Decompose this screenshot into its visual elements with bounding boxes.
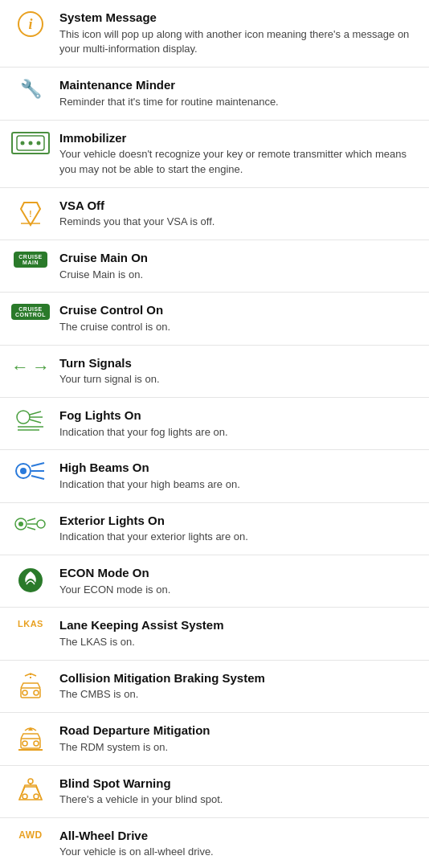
item-title-cmbs: Collision Mitigation Braking System — [59, 670, 416, 686]
item-title-rdm: Road Departure Mitigation — [59, 723, 416, 739]
svg-point-1 — [21, 141, 25, 145]
icon-cell-econ-mode-on — [13, 565, 48, 594]
list-item-econ-mode-on: ECON Mode On Your ECON mode is on. — [0, 555, 429, 608]
list-item-awd: AWD All-Wheel Drive Your vehicle is on a… — [0, 818, 429, 868]
item-title-system-message: System Message — [59, 10, 416, 26]
text-cell-fog-lights-on: Fog Lights On Indication that your fog l… — [59, 407, 416, 440]
svg-point-18 — [18, 522, 23, 526]
item-desc-exterior-lights-on: Indication that your exterior lights are… — [59, 530, 416, 545]
icon-cell-system-message: i — [13, 10, 48, 37]
list-item-exterior-lights-on: Exterior Lights On Indication that your … — [0, 503, 429, 555]
list-item-bsw: Blind Spot Warning There's a vehicle in … — [0, 766, 429, 818]
list-item-system-message: i System Message This icon will pop up a… — [0, 0, 429, 68]
list-item-cmbs: Collision Mitigation Braking System The … — [0, 661, 429, 713]
icon-cell-maintenance-minder: 🔧 — [13, 77, 48, 100]
svg-point-32 — [34, 794, 39, 799]
svg-point-22 — [37, 520, 45, 528]
icon-cell-high-beams-on — [13, 460, 48, 481]
svg-line-16 — [31, 476, 44, 479]
rdm-icon — [17, 724, 44, 753]
text-cell-cruise-main-on: Cruise Main On Cruise Main is on. — [59, 250, 416, 282]
svg-point-25 — [22, 690, 27, 695]
svg-line-9 — [30, 420, 41, 423]
fog-lights-icon — [15, 409, 46, 432]
exterior-lights-icon — [14, 514, 47, 534]
item-desc-vsa-off: Reminds you that your VSA is off. — [59, 215, 416, 230]
text-cell-cruise-control-on: Cruise Control On The cruise control is … — [59, 302, 416, 334]
text-cell-rdm: Road Departure Mitigation The RDM system… — [59, 723, 416, 755]
item-desc-high-beams-on: Indication that your high beams are on. — [59, 477, 416, 493]
turn-signal-icon: ← → — [11, 357, 50, 378]
item-title-cruise-control-on: Cruise Control On — [59, 302, 416, 318]
list-item-cruise-control-on: CRUISE CONTROL Cruise Control On The cru… — [0, 293, 429, 345]
icon-cell-immobilizer — [13, 130, 48, 154]
item-desc-lkas: The LKAS is on. — [59, 635, 416, 650]
text-cell-econ-mode-on: ECON Mode On Your ECON mode is on. — [59, 565, 416, 597]
awd-icon: AWD — [18, 829, 43, 841]
info-circle-icon: i — [18, 11, 43, 37]
item-title-maintenance-minder: Maintenance Minder — [59, 77, 416, 93]
svg-text:!: ! — [29, 210, 31, 219]
svg-line-14 — [31, 463, 44, 466]
text-cell-awd: All-Wheel Drive Your vehicle is on all-w… — [59, 828, 416, 860]
svg-point-2 — [29, 141, 33, 145]
item-title-awd: All-Wheel Drive — [59, 828, 416, 844]
item-desc-turn-signals: Your turn signal is on. — [59, 372, 416, 387]
text-cell-cmbs: Collision Mitigation Braking System The … — [59, 670, 416, 702]
item-desc-awd: Your vehicle is on all-wheel drive. — [59, 845, 416, 860]
cmbs-icon — [17, 672, 44, 701]
list-item-lkas: LKAS Lane Keeping Assist System The LKAS… — [0, 608, 429, 660]
item-desc-cruise-control-on: The cruise control is on. — [59, 320, 416, 335]
svg-rect-27 — [21, 739, 40, 748]
list-item-vsa-off: ! VSA Off Reminds you that your VSA is o… — [0, 188, 429, 240]
item-title-high-beams-on: High Beams On — [59, 460, 416, 476]
text-cell-system-message: System Message This icon will pop up alo… — [59, 10, 416, 57]
svg-point-29 — [34, 741, 39, 746]
icon-cell-lkas: LKAS — [13, 617, 48, 628]
item-desc-cmbs: The CMBS is on. — [59, 687, 416, 702]
item-desc-maintenance-minder: Reminder that it's time for routine main… — [59, 95, 416, 110]
item-desc-cruise-main-on: Cruise Main is on. — [59, 268, 416, 283]
text-cell-immobilizer: Immobilizer Your vehicle doesn't recogni… — [59, 130, 416, 178]
icon-cell-bsw — [13, 776, 48, 805]
svg-point-31 — [22, 794, 27, 799]
vsa-icon: ! — [18, 199, 43, 228]
list-item-maintenance-minder: 🔧 Maintenance Minder Reminder that it's … — [0, 68, 429, 120]
cruise-control-icon: CRUISE CONTROL — [11, 304, 50, 320]
lkas-icon: LKAS — [18, 619, 43, 628]
text-cell-turn-signals: Turn Signals Your turn signal is on. — [59, 355, 416, 387]
wrench-icon: 🔧 — [20, 79, 42, 100]
svg-line-19 — [27, 518, 35, 521]
svg-point-28 — [22, 741, 27, 746]
svg-line-7 — [30, 411, 41, 415]
item-desc-econ-mode-on: Your ECON mode is on. — [59, 583, 416, 598]
item-desc-system-message: This icon will pop up along with another… — [59, 27, 416, 58]
item-desc-immobilizer: Your vehicle doesn't recognize your key … — [59, 147, 416, 178]
text-cell-bsw: Blind Spot Warning There's a vehicle in … — [59, 776, 416, 808]
item-title-turn-signals: Turn Signals — [59, 355, 416, 371]
list-item-high-beams-on: High Beams On Indication that your high … — [0, 450, 429, 502]
icon-cell-rdm — [13, 723, 48, 753]
icon-cell-cmbs — [13, 670, 48, 701]
list-item-fog-lights-on: Fog Lights On Indication that your fog l… — [0, 398, 429, 450]
text-cell-exterior-lights-on: Exterior Lights On Indication that your … — [59, 513, 416, 545]
svg-point-13 — [20, 468, 27, 474]
icon-cell-cruise-main-on: CRUISE MAIN — [13, 250, 48, 268]
item-title-exterior-lights-on: Exterior Lights On — [59, 513, 416, 529]
item-title-fog-lights-on: Fog Lights On — [59, 407, 416, 424]
icon-cell-turn-signals: ← → — [13, 355, 48, 378]
icon-cell-fog-lights-on — [13, 407, 48, 432]
svg-line-21 — [27, 527, 35, 530]
svg-point-3 — [37, 141, 41, 145]
text-cell-high-beams-on: High Beams On Indication that your high … — [59, 460, 416, 492]
cruise-main-icon: CRUISE MAIN — [14, 252, 47, 268]
item-title-vsa-off: VSA Off — [59, 198, 416, 214]
item-title-econ-mode-on: ECON Mode On — [59, 565, 416, 581]
item-title-immobilizer: Immobilizer — [59, 130, 416, 146]
list-item-immobilizer: Immobilizer Your vehicle doesn't recogni… — [0, 121, 429, 188]
icon-cell-awd: AWD — [13, 828, 48, 841]
item-desc-rdm: The RDM system is on. — [59, 740, 416, 755]
text-cell-vsa-off: VSA Off Reminds you that your VSA is off… — [59, 198, 416, 230]
text-cell-maintenance-minder: Maintenance Minder Reminder that it's ti… — [59, 77, 416, 109]
item-desc-bsw: There's a vehicle in your blind spot. — [59, 792, 416, 808]
